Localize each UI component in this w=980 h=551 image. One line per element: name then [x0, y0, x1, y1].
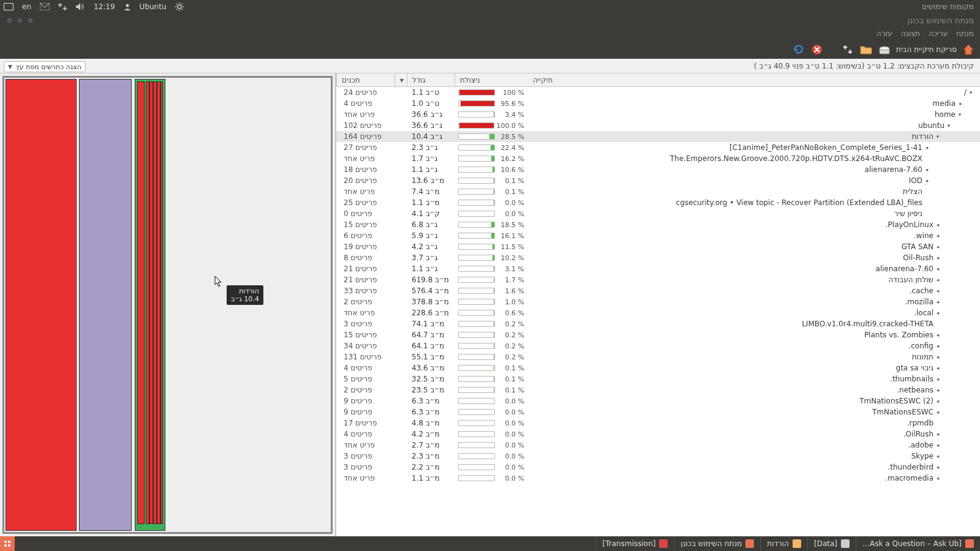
tree-row[interactable]: ◂alienarena-7.603.1 %1.1 ג״ב21 פריטים	[336, 263, 980, 274]
remote-folder-icon[interactable]	[841, 43, 854, 56]
mail-icon[interactable]	[40, 3, 50, 10]
refresh-icon[interactable]	[792, 43, 805, 56]
tree-row[interactable]: ◂[C1anime]_PeterPanNoBoken_Complete_Seri…	[336, 142, 980, 153]
window-min-icon[interactable]	[17, 17, 23, 24]
expand-arrow-icon[interactable]: ◂	[935, 277, 941, 283]
scan-home-label[interactable]: סריקת תיקיית הבית	[896, 45, 957, 54]
window-max-icon[interactable]	[6, 17, 13, 24]
tree-row[interactable]: ▾home3.4 %36.6 ג״בפריט אחד	[336, 109, 980, 120]
gear-icon[interactable]	[175, 2, 184, 11]
menu-edit[interactable]: עריכה	[929, 29, 948, 38]
tree-row[interactable]: ◂gta sa גיבוי0.1 %43.6 מ״ב4 פריטים	[336, 362, 980, 373]
keyboard-icon[interactable]	[4, 3, 13, 10]
tree-row[interactable]: ◂.cache1.6 %576.4 מ״ב33 פריטים	[336, 285, 980, 296]
user-icon[interactable]	[124, 3, 131, 10]
tree-row[interactable]: ◂Oil-Rush10.2 %3.7 ג״ב8 פריטים	[336, 252, 980, 263]
tree-row[interactable]: ◂תמונות0.2 %55.1 מ״ב131 פריטים	[336, 351, 980, 362]
col-util[interactable]: ניצולת	[454, 73, 528, 86]
expand-arrow-icon[interactable]: ◂	[935, 475, 941, 481]
activities-label[interactable]: מקומות שימושים	[922, 2, 980, 11]
treemap-pane[interactable]: הורדות 10.4 ג״ב	[0, 73, 336, 536]
expand-arrow-icon[interactable]: ▾	[946, 122, 952, 129]
tree-row[interactable]: ▾/100 %1.1 ט״ב24 פריטים	[336, 87, 980, 98]
tree-row[interactable]: ניסיון שיר0.0 %4.1 ק״ב0 פריטים	[336, 208, 980, 219]
expand-arrow-icon[interactable]: ◂	[957, 100, 963, 107]
expand-arrow-icon[interactable]: ◂	[935, 453, 941, 459]
expand-arrow-icon[interactable]: ◂	[935, 398, 941, 404]
expand-arrow-icon[interactable]: ◂	[935, 310, 941, 316]
expand-arrow-icon[interactable]: ▾	[957, 111, 963, 118]
hdd-icon[interactable]	[878, 43, 891, 56]
tree-row[interactable]: ◂.thumbnails0.1 %32.5 מ״ב5 פריטים	[336, 373, 980, 384]
tree-row[interactable]: ◂TmNationsESWC (2)0.0 %6.3 מ״ב9 פריטים	[336, 395, 980, 407]
chart-view-dropdown[interactable]: הצגה כתרשים מפת עץ ▼	[4, 61, 86, 72]
tree-row[interactable]: ◂.macromedia0.0 %1.1 מ״בפריט אחד	[336, 473, 980, 484]
tree-row[interactable]: ◂.mozilla1.0 %378.8 מ״ב2 פריטים	[336, 296, 980, 307]
home-icon[interactable]	[962, 43, 975, 56]
taskbar-tab[interactable]: [Ask a Question – Ask Ub…	[856, 537, 980, 550]
tree-row[interactable]: ◂alienarena-7.6010.6 %1.1 ג״ב18 פריטים	[336, 164, 980, 175]
tree-row[interactable]: ◂שולחן העבודה1.7 %619.8 מ״ב21 פריטים	[336, 274, 980, 285]
tree-row[interactable]: ◂.thunderbird0.0 %2.2 מ״ב3 פריטים	[336, 462, 980, 473]
expand-arrow-icon[interactable]: ▾	[935, 133, 941, 140]
stop-icon[interactable]	[810, 43, 824, 56]
tree-row[interactable]: LIMBO.v1.0r4.multi9.cracked-THETA0.2 %74…	[336, 318, 980, 329]
tree-row[interactable]: ◂.config0.2 %64.1 מ״ב34 פריטים	[336, 340, 980, 351]
expand-arrow-icon[interactable]: ◂	[935, 365, 941, 371]
expand-arrow-icon[interactable]: ◂	[935, 409, 941, 415]
tree-row[interactable]: ◂media95.6 %1.0 ט״ב4 פריטים	[336, 98, 980, 109]
menu-view[interactable]: תצוגה	[901, 29, 920, 38]
tree-row[interactable]: ◂.local0.6 %228.6 מ״בפריט אחד	[336, 307, 980, 318]
window-close-icon[interactable]	[27, 17, 34, 24]
expand-arrow-icon[interactable]: ◂	[935, 376, 941, 382]
taskbar-tab[interactable]: [Data]	[807, 537, 856, 550]
tree-row[interactable]: ◂IOD0.1 %13.6 מ״ב20 פריטים	[336, 175, 980, 186]
tree-row[interactable]: ◂Plants vs. Zombies0.2 %64.7 מ״ב15 פריטי…	[336, 329, 980, 340]
expand-arrow-icon[interactable]: ◂	[935, 343, 941, 349]
tree-row[interactable]: ▾הורדות28.5 %10.4 ג״ב164 פריטים	[336, 131, 980, 142]
col-size[interactable]: גודל	[407, 73, 454, 86]
col-folder[interactable]: תיקייה	[528, 73, 980, 86]
tree-row[interactable]: ◂.PlayOnLinux18.5 %6.8 ג״ב15 פריטים	[336, 219, 980, 230]
treemap-subblock-stripes[interactable]	[146, 81, 163, 524]
expand-arrow-icon[interactable]: ◂	[935, 387, 941, 393]
expand-arrow-icon[interactable]: ◂	[924, 178, 930, 184]
tree-row[interactable]: הצלית0.1 %7.4 מ״בפריט אחד	[336, 186, 980, 197]
expand-arrow-icon[interactable]: ◂	[935, 442, 941, 448]
taskbar-tab[interactable]: מנתח השימוש בכונן	[674, 537, 760, 550]
expand-arrow-icon[interactable]: ◂	[935, 354, 941, 360]
expand-arrow-icon[interactable]: ◂	[924, 144, 930, 151]
tree-row[interactable]: ▾ubuntu100.0 %36.6 ג״ב102 פריטים	[336, 120, 980, 131]
expand-arrow-icon[interactable]: ◂	[935, 299, 941, 305]
user-name[interactable]: Ubuntu	[140, 2, 167, 11]
expand-arrow-icon[interactable]: ◂	[935, 244, 941, 250]
folder-icon[interactable]	[859, 43, 873, 56]
taskbar-tab[interactable]: [Transmission]	[596, 537, 674, 550]
expand-arrow-icon[interactable]: ◂	[935, 255, 941, 261]
expand-arrow-icon[interactable]: ◂	[935, 222, 941, 228]
expand-arrow-icon[interactable]: ◂	[935, 431, 941, 437]
expand-arrow-icon[interactable]: ◂	[935, 266, 941, 272]
tree-row[interactable]: ◂.wine16.1 %5.9 ג״ב6 פריטים	[336, 230, 980, 241]
expand-arrow-icon[interactable]: ◂	[935, 233, 941, 239]
tree-row[interactable]: ◂.OilRush0.0 %4.2 מ״ב4 פריטים	[336, 429, 980, 440]
expand-arrow-icon[interactable]: ▾	[968, 89, 974, 96]
tree-row[interactable]: ◂.adobe0.0 %2.7 מ״בפריט אחד	[336, 440, 980, 451]
treemap-subblock[interactable]	[137, 81, 145, 524]
clock[interactable]: 12:19	[94, 2, 115, 11]
tree-row[interactable]: ◂TmNationsESWC0.0 %6.3 מ״ב9 פריטים	[336, 407, 980, 418]
expand-arrow-icon[interactable]: ◂	[935, 332, 941, 338]
menu-help[interactable]: עזרה	[876, 29, 892, 38]
keyboard-layout-indicator[interactable]: en	[22, 2, 31, 11]
volume-icon[interactable]	[75, 2, 85, 11]
expand-arrow-icon[interactable]: ◂	[935, 464, 941, 470]
expand-arrow-icon[interactable]: ◂	[935, 288, 941, 294]
network-icon[interactable]	[58, 2, 67, 11]
treemap-block-media[interactable]	[6, 79, 77, 531]
tree-row[interactable]: ◂.netbeans0.1 %23.5 מ״ב2 פריטים	[336, 384, 980, 395]
col-contents[interactable]: תכנים	[336, 73, 394, 86]
menu-analyzer[interactable]: מנתח	[956, 29, 974, 38]
tree-row[interactable]: .rpmdb0.0 %4.8 מ״ב17 פריטים	[336, 418, 980, 429]
tree-row[interactable]: ◂Skype0.0 %2.3 מ״ב3 פריטים	[336, 451, 980, 462]
treemap-block-home[interactable]	[135, 79, 165, 531]
